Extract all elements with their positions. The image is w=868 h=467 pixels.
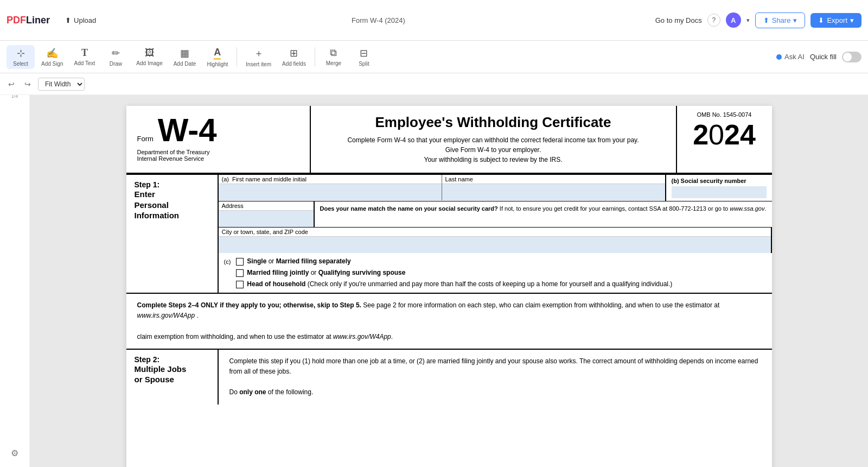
export-button[interactable]: ⬇ Export ▾: [810, 13, 861, 28]
address-input[interactable]: [219, 211, 314, 227]
city-input[interactable]: [219, 237, 771, 253]
tool-add-image[interactable]: 🖼 Add Image: [132, 45, 167, 68]
undo-button[interactable]: ↩: [5, 78, 17, 90]
redo-button[interactable]: ↪: [22, 78, 34, 90]
tool-draw[interactable]: ✏ Draw: [101, 45, 130, 69]
info-period: .: [197, 312, 199, 319]
address-label: Address: [219, 201, 314, 211]
checkbox-item-1: Single or Married filing separately: [236, 257, 672, 266]
select-label: Select: [13, 61, 28, 67]
ask-ai-button[interactable]: Ask AI: [776, 53, 805, 61]
step2-content: Complete this step if you (1) hold more …: [219, 350, 772, 405]
upload-label: Upload: [74, 16, 96, 24]
merge-label: Merge: [326, 60, 341, 66]
select-icon: ⊹: [17, 47, 25, 59]
quick-fill-toggle[interactable]: [842, 52, 861, 62]
highlight-label: Highlight: [207, 61, 228, 67]
tool-add-date[interactable]: ▦ Add Date: [169, 45, 201, 69]
ssn-input[interactable]: [672, 186, 767, 198]
checkbox-3-label: Head of household (Check only if you're …: [247, 280, 672, 288]
form-header-right: OMB No. 1545-0074 2024: [677, 106, 772, 173]
left-sidebar: 📄 1/4 ⚙: [0, 73, 30, 467]
add-sign-icon: ✍: [46, 47, 58, 59]
quick-fill-label: Quick fill: [810, 53, 837, 61]
main-area: Form W-4 Department of the Treasury Inte…: [30, 95, 868, 467]
ssn-group: (b) Social security number: [666, 175, 772, 201]
share-button[interactable]: ⬆ Share ▾: [755, 12, 806, 28]
info-url: www.irs.gov/W4App: [137, 312, 195, 319]
last-name-input[interactable]: [442, 184, 665, 200]
tool-merge[interactable]: ⧉ Merge: [320, 45, 348, 68]
first-name-input[interactable]: [219, 184, 442, 200]
share-label: Share: [772, 16, 791, 24]
settings-icon: ⚙: [11, 448, 18, 458]
form-subtitle-3: Your withholding is subject to review by…: [322, 155, 665, 165]
highlight-icon: A: [214, 47, 221, 60]
fit-width-select[interactable]: Fit Width: [38, 78, 85, 91]
info-bold-text: Complete Steps 2–4 ONLY if they apply to…: [137, 301, 361, 309]
upload-button[interactable]: ⬆ Upload: [60, 14, 101, 27]
step2-only-one: only one: [239, 388, 266, 396]
ssn-label-b: (b) Social security number: [672, 178, 767, 184]
upload-icon: ⬆: [65, 16, 71, 24]
checkbox-c-label: (c): [224, 257, 231, 265]
add-date-icon: ▦: [180, 47, 189, 59]
share-icon: ⬆: [763, 16, 769, 24]
name-fields-row: (a) First name and middle initial Last n…: [219, 175, 772, 201]
share-chevron-icon: ▾: [793, 16, 797, 24]
step1-label: Step 1: EnterPersonalInformation: [126, 175, 219, 293]
add-fields-icon: ⊞: [290, 47, 298, 59]
last-name-group: Last name: [442, 175, 665, 200]
document-title: Form W-4 (2024): [101, 16, 655, 24]
toolbar-divider-1: [237, 47, 237, 67]
address-group: Address: [219, 201, 315, 227]
logo-liner: Liner: [26, 15, 50, 26]
tool-insert-item[interactable]: ＋ Insert item: [241, 45, 276, 70]
tool-split[interactable]: ⊟ Split: [350, 45, 378, 69]
info-section: Complete Steps 2–4 ONLY if they apply to…: [126, 293, 772, 349]
step2-label: Step 2: Multiple Jobsor Spouse: [126, 350, 219, 405]
tool-highlight[interactable]: A Highlight: [202, 45, 232, 70]
header: PDF Liner ⬆ Upload Form W-4 (2024) Go to…: [0, 0, 868, 41]
split-icon: ⊟: [360, 47, 368, 59]
add-sign-label: Add Sign: [41, 61, 63, 67]
add-text-label: Add Text: [74, 60, 95, 66]
help-button[interactable]: ?: [707, 14, 720, 27]
checkbox-2-qss: Qualifying surviving spouse: [318, 269, 406, 276]
sidebar-settings-icon[interactable]: ⚙: [8, 445, 22, 462]
go-to-docs-link[interactable]: Go to my Docs: [655, 16, 702, 24]
dept-label: Department of the Treasury: [137, 149, 299, 155]
avatar-chevron[interactable]: ▾: [746, 17, 750, 24]
address-row: Address Does your name match the name on…: [219, 201, 772, 228]
step2-row: Step 2: Multiple Jobsor Spouse Complete …: [126, 349, 772, 405]
add-image-icon: 🖼: [145, 47, 155, 59]
draw-label: Draw: [110, 61, 122, 67]
checkbox-1-label: Single or Married filing separately: [247, 257, 350, 265]
field-a-label: (a): [222, 176, 229, 182]
ssn-note-bold: Does your name match the name on your so…: [320, 205, 498, 212]
tool-add-fields[interactable]: ⊞ Add fields: [278, 45, 310, 69]
tool-select[interactable]: ⊹ Select: [7, 45, 35, 69]
form-subtitle-2: Give Form W-4 to your employer.: [322, 145, 665, 155]
split-label: Split: [359, 61, 369, 67]
checkbox-3[interactable]: [236, 281, 244, 288]
checkbox-1[interactable]: [236, 258, 244, 266]
step2-number: Step 2:: [135, 355, 209, 364]
ssn-title: Social security number: [681, 178, 746, 184]
tool-add-sign[interactable]: ✍ Add Sign: [37, 45, 68, 69]
avatar[interactable]: A: [726, 12, 741, 28]
export-label: Export: [827, 16, 847, 24]
add-fields-label: Add fields: [282, 61, 306, 67]
checkbox-2-mfj: Married filing jointly: [247, 269, 309, 276]
checkbox-2[interactable]: [236, 269, 244, 277]
tool-add-text[interactable]: T Add Text: [70, 45, 100, 68]
document: Form W-4 Department of the Treasury Inte…: [126, 106, 772, 467]
checkbox-1-mfs: Married filing separately: [276, 257, 351, 265]
checkbox-item-2: Married filing jointly or Qualifying sur…: [236, 269, 672, 277]
step1-content: (a) First name and middle initial Last n…: [219, 175, 772, 293]
add-text-icon: T: [81, 47, 88, 59]
step1-row: Step 1: EnterPersonalInformation (a) Fir…: [126, 174, 772, 293]
omb-number: OMB No. 1545-0074: [685, 111, 764, 118]
checkbox-1-single: Single: [247, 257, 266, 265]
form-word: Form: [137, 135, 154, 143]
